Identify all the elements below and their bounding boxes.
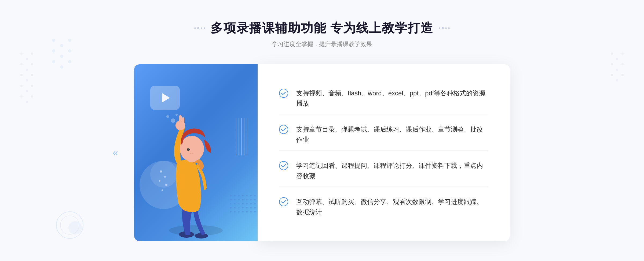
svg-point-20 xyxy=(621,63,624,65)
svg-point-75 xyxy=(234,207,236,208)
svg-point-6 xyxy=(20,74,23,76)
svg-point-22 xyxy=(616,79,618,81)
svg-point-78 xyxy=(246,207,248,208)
svg-point-19 xyxy=(616,69,618,71)
svg-rect-42 xyxy=(179,115,182,126)
svg-point-68 xyxy=(230,203,232,204)
svg-point-60 xyxy=(246,195,248,196)
svg-point-89 xyxy=(254,207,256,208)
svg-point-4 xyxy=(26,69,28,71)
svg-point-18 xyxy=(611,63,613,65)
svg-point-3 xyxy=(20,63,23,65)
svg-point-67 xyxy=(250,199,252,200)
svg-point-12 xyxy=(20,95,23,98)
svg-point-87 xyxy=(254,199,256,200)
svg-point-94 xyxy=(279,197,288,206)
svg-point-62 xyxy=(230,199,232,200)
svg-point-77 xyxy=(242,207,244,208)
svg-point-46 xyxy=(187,148,190,151)
svg-point-48 xyxy=(160,170,162,173)
feature-text-2: 支持章节目录、弹题考试、课后练习、课后作业、章节测验、批改作业 xyxy=(296,124,488,145)
svg-point-47 xyxy=(188,148,189,150)
svg-point-49 xyxy=(164,176,166,178)
svg-point-9 xyxy=(20,85,23,87)
svg-rect-43 xyxy=(182,117,184,127)
svg-point-50 xyxy=(159,180,160,182)
feature-item-3: 学习笔记回看、课程提问、课程评论打分、课件资料下载，重点内容收藏 xyxy=(279,155,488,187)
svg-point-65 xyxy=(242,199,244,200)
svg-point-63 xyxy=(234,199,236,200)
svg-point-11 xyxy=(31,85,33,87)
check-icon-4 xyxy=(279,197,288,206)
check-icon-3 xyxy=(279,161,288,170)
svg-point-2 xyxy=(31,53,33,55)
svg-point-21 xyxy=(611,74,613,76)
svg-point-52 xyxy=(162,189,163,191)
feature-item-1: 支持视频、音频、flash、word、excel、ppt、pdf等各种格式的资源… xyxy=(279,83,488,114)
svg-point-7 xyxy=(26,79,28,81)
check-icon-2 xyxy=(279,125,288,134)
svg-point-81 xyxy=(234,211,236,212)
svg-point-17 xyxy=(621,53,624,55)
svg-point-91 xyxy=(279,89,288,98)
svg-point-56 xyxy=(230,195,232,196)
svg-point-70 xyxy=(238,203,240,204)
svg-point-55 xyxy=(175,114,178,116)
feature-text-4: 互动弹幕、试听购买、微信分享、观看次数限制、学习进度跟踪、数据统计 xyxy=(296,197,488,217)
feature-item-4: 互动弹幕、试听购买、微信分享、观看次数限制、学习进度跟踪、数据统计 xyxy=(279,191,488,223)
svg-point-14 xyxy=(31,95,33,98)
svg-point-15 xyxy=(611,53,613,55)
svg-point-25 xyxy=(60,44,63,47)
svg-point-73 xyxy=(250,203,252,204)
title-row: 多项录播课辅助功能 专为线上教学打造 xyxy=(194,20,450,36)
svg-point-31 xyxy=(60,65,63,69)
svg-point-90 xyxy=(254,211,256,212)
title-decorator-left xyxy=(194,27,205,29)
svg-point-51 xyxy=(165,184,167,186)
svg-point-1 xyxy=(26,58,28,60)
svg-point-10 xyxy=(26,90,28,92)
svg-point-58 xyxy=(238,195,240,196)
svg-point-66 xyxy=(246,199,248,200)
svg-point-71 xyxy=(242,203,244,204)
svg-point-32 xyxy=(68,60,71,63)
svg-point-92 xyxy=(279,125,288,134)
svg-point-16 xyxy=(616,58,618,60)
illustration-card xyxy=(134,64,258,241)
feature-text-3: 学习笔记回看、课程提问、课程评论打分、课件资料下载，重点内容收藏 xyxy=(296,161,488,181)
svg-point-93 xyxy=(279,161,288,170)
svg-point-83 xyxy=(242,211,244,212)
svg-point-54 xyxy=(166,115,169,118)
dot-grid-decoration xyxy=(228,193,260,220)
page-wrapper: 多项录播课辅助功能 专为线上教学打造 学习进度全掌握，提升录播课教学效果 « xyxy=(0,0,644,261)
bottom-circles-decoration xyxy=(54,206,91,245)
page-subtitle: 学习进度全掌握，提升录播课教学效果 xyxy=(194,40,450,48)
svg-point-61 xyxy=(250,195,252,196)
svg-point-84 xyxy=(246,211,248,212)
svg-point-79 xyxy=(250,207,252,208)
svg-point-26 xyxy=(68,39,71,42)
svg-point-86 xyxy=(254,195,256,196)
feature-item-2: 支持章节目录、弹题考试、课后练习、课后作业、章节测验、批改作业 xyxy=(279,119,488,151)
svg-point-74 xyxy=(230,207,232,208)
feature-text-1: 支持视频、音频、flash、word、excel、ppt、pdf等各种格式的资源… xyxy=(296,88,488,109)
svg-point-80 xyxy=(230,211,232,212)
svg-point-57 xyxy=(234,195,236,196)
svg-point-24 xyxy=(52,39,55,42)
page-title: 多项录播课辅助功能 专为线上教学打造 xyxy=(211,20,434,36)
svg-point-13 xyxy=(26,101,28,103)
svg-point-28 xyxy=(60,55,63,58)
features-card: 支持视频、音频、flash、word、excel、ppt、pdf等各种格式的资源… xyxy=(258,64,510,241)
svg-point-53 xyxy=(171,118,175,123)
svg-point-29 xyxy=(68,49,71,53)
svg-point-23 xyxy=(621,74,624,76)
svg-point-76 xyxy=(238,207,240,208)
svg-point-8 xyxy=(31,74,33,76)
title-decorator-right xyxy=(439,27,450,29)
svg-point-30 xyxy=(52,60,55,63)
svg-point-85 xyxy=(250,211,252,212)
header-section: 多项录播课辅助功能 专为线上教学打造 学习进度全掌握，提升录播课教学效果 xyxy=(194,20,450,48)
svg-point-69 xyxy=(234,203,236,204)
svg-point-97 xyxy=(68,221,82,234)
left-arrows-decoration: « xyxy=(113,147,118,158)
